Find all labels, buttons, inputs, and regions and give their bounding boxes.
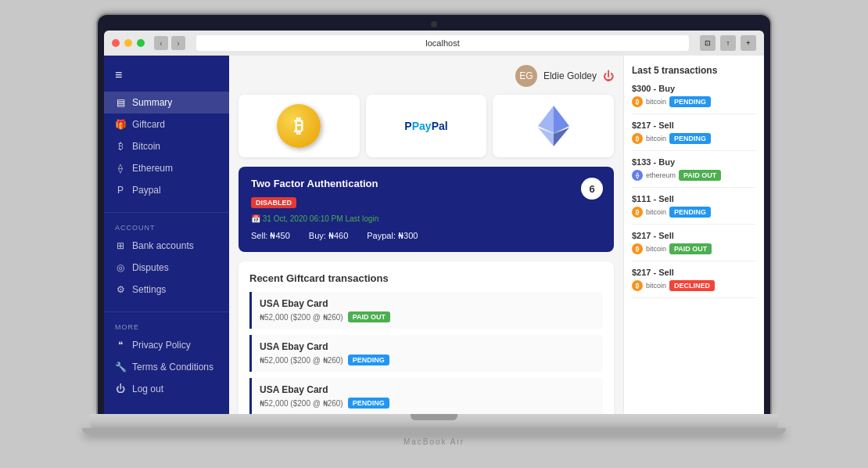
ethereum-card[interactable] xyxy=(493,95,614,157)
url-bar[interactable]: localhost xyxy=(196,35,689,51)
power-icon[interactable]: ⏻ xyxy=(603,70,614,82)
laptop-wrapper: ‹ › localhost ⊡ ↑ + ≡ ▤ Summary xyxy=(82,15,786,453)
status-badge: PAID OUT xyxy=(679,170,721,181)
sidebar-label-bitcoin: Bitcoin xyxy=(132,141,160,152)
paypal-icon: P xyxy=(115,185,126,196)
tx-amount: ₦52,000 ($200 @ ₦260) xyxy=(260,313,343,322)
rtx-amount: $133 - Buy xyxy=(632,157,756,167)
paypal-card[interactable]: PPayPal xyxy=(366,95,487,157)
camera-dot xyxy=(431,21,437,27)
eth-dot: ⟠ xyxy=(632,170,643,181)
sidebar-item-paypal[interactable]: P Paypal xyxy=(104,179,229,201)
top-header: EG Eldie Goldey ⏻ xyxy=(239,65,614,87)
sidebar-item-settings[interactable]: ⚙ Settings xyxy=(104,279,229,301)
twofa-rates: Sell: ₦450 Buy: ₦460 Paypal: ₦300 xyxy=(251,231,601,241)
rtx-amount: $217 - Sell xyxy=(632,268,756,277)
sidebar-item-bitcoin[interactable]: ₿ Bitcoin xyxy=(104,135,229,157)
rtx-coin: ₿ bitcoin DECLINED xyxy=(632,280,756,291)
bitcoin-card[interactable]: ₿ xyxy=(239,95,360,157)
twofa-title: Two Factor Authentication xyxy=(251,178,601,189)
sidebar-label-privacy: Privacy Policy xyxy=(132,340,191,351)
forward-arrow[interactable]: › xyxy=(171,36,185,50)
rtx-coin: ₿ bitcoin PENDING xyxy=(632,133,756,144)
share-icon[interactable]: ↑ xyxy=(720,35,736,51)
sidebar-item-bank-accounts[interactable]: ⊞ Bank accounts xyxy=(104,235,229,257)
rtx-amount: $111 - Sell xyxy=(632,194,756,203)
more-section-label: MORE xyxy=(104,317,229,334)
sell-rate: Sell: ₦450 xyxy=(251,231,290,241)
rtx-amount: $300 - Buy xyxy=(632,84,756,93)
sidebar-label-ethereum: Ethereum xyxy=(132,163,173,174)
status-badge: PENDING xyxy=(348,355,389,365)
btc-dot: ₿ xyxy=(632,280,643,291)
rtx-coin: ₿ bitcoin PENDING xyxy=(632,96,756,107)
dispute-icon: ◎ xyxy=(115,262,126,273)
btc-dot: ₿ xyxy=(632,207,643,218)
coin-label: bitcoin xyxy=(646,135,666,142)
browser-nav: ‹ › xyxy=(154,36,185,50)
sidebar-item-disputes[interactable]: ◎ Disputes xyxy=(104,257,229,279)
tx-details: ₦52,000 ($200 @ ₦260) PAID OUT xyxy=(260,311,595,322)
rtx-amount: $217 - Sell xyxy=(632,231,756,240)
browser-icons: ⊡ ↑ + xyxy=(700,35,756,51)
list-item: $217 - Sell ₿ bitcoin PAID OUT xyxy=(632,231,756,261)
url-text: localhost xyxy=(425,38,459,48)
laptop-foot xyxy=(82,428,786,434)
sidebar-item-giftcard[interactable]: 🎁 Giftcard xyxy=(104,113,229,135)
sidebar-item-ethereum[interactable]: ⟠ Ethereum xyxy=(104,157,229,179)
browser-bar: ‹ › localhost ⊡ ↑ + xyxy=(104,31,764,56)
sidebar: ≡ ▤ Summary 🎁 Giftcard ₿ Bitcoin xyxy=(104,56,229,417)
sidebar-more-section: MORE ❝ Privacy Policy 🔧 Terms & Conditio… xyxy=(104,317,229,400)
table-row: USA Ebay Card ₦52,000 ($200 @ ₦260) PEND… xyxy=(249,378,603,415)
maximize-btn[interactable] xyxy=(137,39,145,47)
btc-dot: ₿ xyxy=(632,243,643,254)
laptop-bottom: MacBook Air xyxy=(82,414,786,453)
sidebar-item-terms[interactable]: 🔧 Terms & Conditions xyxy=(104,356,229,378)
hamburger-menu[interactable]: ≡ xyxy=(104,65,229,92)
bitcoin-icon: ₿ xyxy=(115,141,126,152)
twofa-icon-num[interactable]: 6 xyxy=(581,178,603,200)
laptop-notch xyxy=(411,414,457,420)
sidebar-label-bank: Bank accounts xyxy=(132,240,194,251)
monitor-icon: ▤ xyxy=(115,97,126,108)
tx-amount: ₦52,000 ($200 @ ₦260) xyxy=(260,399,343,408)
twofa-date: 📅 31 Oct, 2020 06:10 PM Last login xyxy=(251,214,601,223)
coin-label: bitcoin xyxy=(646,98,666,106)
sidebar-label-paypal: Paypal xyxy=(132,185,161,196)
table-row: USA Ebay Card ₦52,000 ($200 @ ₦260) PAID… xyxy=(249,292,603,329)
payment-cards: ₿ PPayPal xyxy=(239,95,614,157)
account-section-label: ACCOUNT xyxy=(104,218,229,235)
last5-title: Last 5 transactions xyxy=(632,65,756,76)
privacy-icon: ❝ xyxy=(115,340,126,351)
sidebar-nav-section: ▤ Summary 🎁 Giftcard ₿ Bitcoin ⟠ Ethereu… xyxy=(104,92,229,201)
rtx-coin: ₿ bitcoin PAID OUT xyxy=(632,243,756,254)
right-panel: Last 5 transactions $300 - Buy ₿ bitcoin… xyxy=(623,56,764,417)
coin-label: ethereum xyxy=(646,171,676,179)
close-btn[interactable] xyxy=(112,39,120,47)
paypal-rate: Paypal: ₦300 xyxy=(367,231,418,241)
minimize-btn[interactable] xyxy=(124,39,132,47)
avatar: EG xyxy=(515,65,537,87)
sidebar-label-giftcard: Giftcard xyxy=(132,119,165,130)
sidebar-label-logout: Log out xyxy=(132,383,163,394)
main-content: EG Eldie Goldey ⏻ ₿ PPayPal xyxy=(229,56,623,417)
list-item: $111 - Sell ₿ bitcoin PENDING xyxy=(632,194,756,225)
laptop-screen: ‹ › localhost ⊡ ↑ + ≡ ▤ Summary xyxy=(98,15,770,414)
sidebar-account-section: ACCOUNT ⊞ Bank accounts ◎ Disputes ⚙ Set… xyxy=(104,218,229,301)
sidebar-label-terms: Terms & Conditions xyxy=(132,362,213,373)
giftcard-section-title: Recent Giftcard transactions xyxy=(249,272,603,284)
back-arrow[interactable]: ‹ xyxy=(154,36,168,50)
bookmark-icon[interactable]: ⊡ xyxy=(700,35,716,51)
paypal-logo: PPayPal xyxy=(404,120,447,132)
new-tab-icon[interactable]: + xyxy=(741,35,756,51)
tx-details: ₦52,000 ($200 @ ₦260) PENDING xyxy=(260,398,595,409)
sidebar-label-settings: Settings xyxy=(132,284,166,295)
sidebar-item-summary[interactable]: ▤ Summary xyxy=(104,92,229,113)
sidebar-label-summary: Summary xyxy=(132,97,172,108)
btc-dot: ₿ xyxy=(632,133,643,144)
coin-label: bitcoin xyxy=(646,245,666,253)
tx-name: USA Ebay Card xyxy=(260,341,595,352)
sidebar-item-privacy[interactable]: ❝ Privacy Policy xyxy=(104,334,229,356)
sidebar-item-logout[interactable]: ⏻ Log out xyxy=(104,378,229,400)
status-badge: PAID OUT xyxy=(348,311,390,322)
